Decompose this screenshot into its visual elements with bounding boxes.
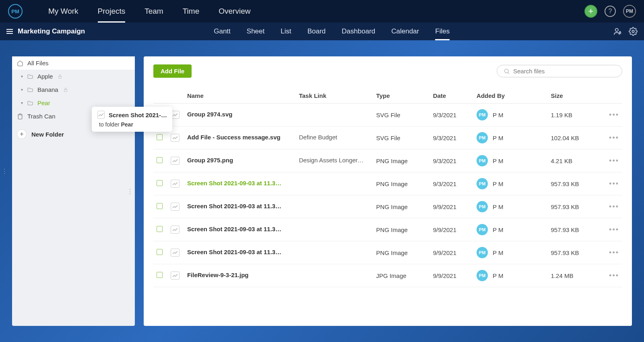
user-avatar-icon: PM <box>477 155 488 166</box>
topnav-team[interactable]: Team <box>135 0 173 23</box>
table-row[interactable]: Add File - Success message.svgDefine Bud… <box>153 126 622 149</box>
row-checkbox[interactable] <box>157 203 163 209</box>
file-size: 4.21 KB <box>551 158 572 164</box>
menu-icon[interactable] <box>6 29 13 34</box>
new-folder-label: New Folder <box>31 131 64 138</box>
file-date: 9/9/2021 <box>433 226 456 233</box>
row-checkbox[interactable] <box>157 249 163 255</box>
row-menu-icon[interactable]: ••• <box>609 272 619 280</box>
file-name[interactable]: Group 2974.svg <box>187 111 233 118</box>
table-row[interactable]: Screen Shot 2021-09-03 at 11.32…PNG Imag… <box>153 218 622 241</box>
row-checkbox[interactable] <box>157 157 163 163</box>
user-avatar-icon: PM <box>477 109 488 120</box>
file-task-link[interactable]: Design Assets Longer… <box>299 157 364 164</box>
user-avatar-icon: PM <box>477 178 488 189</box>
sidebar-trash-label: Trash Can <box>27 113 55 120</box>
table-row[interactable]: Screen Shot 2021-09-03 at 11.32…PNG Imag… <box>153 195 622 218</box>
chevron-down-icon: ▾ <box>21 74 23 79</box>
row-menu-icon[interactable]: ••• <box>609 134 619 142</box>
sidebar-all-files[interactable]: All Files <box>12 56 135 70</box>
file-name[interactable]: Group 2975.png <box>187 157 233 164</box>
table-row[interactable]: Group 2975.pngDesign Assets Longer…PNG I… <box>153 149 622 172</box>
file-name[interactable]: Screen Shot 2021-09-03 at 11.32… <box>187 249 284 255</box>
column-header-type[interactable]: Type <box>373 88 430 104</box>
file-type: SVG File <box>376 135 400 141</box>
chevron-down-icon: ▾ <box>21 87 23 92</box>
table-row[interactable]: Screen Shot 2021-09-03 at 11.32…PNG Imag… <box>153 241 622 264</box>
file-size: 957.93 KB <box>551 180 579 187</box>
svg-line-8 <box>508 73 509 74</box>
search-input[interactable] <box>513 68 615 75</box>
sub-nav: Marketing Campaign GanttSheetListBoardDa… <box>0 23 644 40</box>
tab-calendar[interactable]: Calendar <box>383 23 427 40</box>
folder-label: Banana <box>37 86 58 93</box>
home-icon <box>17 60 23 66</box>
file-date: 9/3/2021 <box>433 158 456 164</box>
topnav-projects[interactable]: Projects <box>88 0 135 23</box>
tab-files[interactable]: Files <box>427 23 458 40</box>
file-size: 102.04 KB <box>551 135 579 141</box>
drag-handle-icon[interactable]: ⋮ <box>127 187 133 195</box>
added-by-name: P M <box>493 158 503 164</box>
file-name[interactable]: Screen Shot 2021-09-03 at 11.32… <box>187 180 284 187</box>
file-thumb-icon <box>171 272 180 280</box>
row-checkbox[interactable] <box>157 180 163 186</box>
user-avatar-icon: PM <box>477 201 488 212</box>
trash-icon <box>17 113 23 120</box>
search-field[interactable] <box>497 65 622 77</box>
column-header-size[interactable]: Size <box>548 88 605 104</box>
row-menu-icon[interactable]: ••• <box>609 226 619 234</box>
row-checkbox[interactable] <box>157 272 163 278</box>
topnav-overview[interactable]: Overview <box>209 0 260 23</box>
collapse-handle-icon[interactable]: ⋮ <box>1 167 8 175</box>
file-date: 9/3/2021 <box>433 112 456 118</box>
column-header-task[interactable]: Task Link <box>296 88 373 104</box>
user-avatar-icon: PM <box>477 270 488 281</box>
row-checkbox[interactable] <box>157 134 163 140</box>
gear-icon[interactable] <box>629 27 638 36</box>
sidebar-folder-banana[interactable]: ▾Banana <box>12 83 135 96</box>
table-row[interactable]: Screen Shot 2021-09-03 at 11.32…PNG Imag… <box>153 172 622 195</box>
file-name[interactable]: Add File - Success message.svg <box>187 134 281 141</box>
row-checkbox[interactable] <box>157 226 163 232</box>
file-name[interactable]: FileReview-9-3-21.jpg <box>187 272 249 278</box>
added-by-name: P M <box>493 112 503 118</box>
svg-point-0 <box>615 29 618 31</box>
user-avatar-icon: PM <box>477 224 488 235</box>
row-menu-icon[interactable]: ••• <box>609 157 619 165</box>
topnav-my-work[interactable]: My Work <box>39 0 88 23</box>
column-header-date[interactable]: Date <box>430 88 473 104</box>
svg-rect-6 <box>64 89 67 91</box>
tab-list[interactable]: List <box>272 23 299 40</box>
row-menu-icon[interactable]: ••• <box>609 111 619 119</box>
tab-dashboard[interactable]: Dashboard <box>334 23 383 40</box>
file-date: 9/9/2021 <box>433 249 456 256</box>
add-file-button[interactable]: Add File <box>153 64 192 78</box>
file-name[interactable]: Screen Shot 2021-09-03 at 11.32… <box>187 226 284 232</box>
file-task-link[interactable]: Define Budget <box>299 134 337 141</box>
tab-sheet[interactable]: Sheet <box>239 23 272 40</box>
topnav-time[interactable]: Time <box>173 0 209 23</box>
file-thumb-icon <box>171 226 180 234</box>
user-avatar[interactable]: PM <box>623 5 636 18</box>
row-menu-icon[interactable]: ••• <box>609 203 619 211</box>
table-row[interactable]: Group 2974.svgSVG File9/3/2021PMP M1.19 … <box>153 104 622 126</box>
tab-gantt[interactable]: Gantt <box>206 23 239 40</box>
help-icon[interactable]: ? <box>605 6 616 17</box>
global-add-button[interactable]: + <box>584 5 597 18</box>
added-by-name: P M <box>493 135 503 141</box>
folder-icon <box>27 73 33 80</box>
file-name[interactable]: Screen Shot 2021-09-03 at 11.32… <box>187 203 284 209</box>
tab-board[interactable]: Board <box>299 23 334 40</box>
row-menu-icon[interactable]: ••• <box>609 180 619 188</box>
added-by-name: P M <box>493 226 503 233</box>
file-date: 9/3/2021 <box>433 135 456 141</box>
file-type: SVG File <box>376 112 400 118</box>
table-row[interactable]: FileReview-9-3-21.jpgJPG Image9/9/2021PM… <box>153 264 622 287</box>
column-header-name[interactable]: Name <box>184 88 296 104</box>
team-icon[interactable] <box>613 27 622 36</box>
sidebar-folder-apple[interactable]: ▾Apple <box>12 70 135 83</box>
column-header-added-by[interactable]: Added By <box>473 88 547 104</box>
row-menu-icon[interactable]: ••• <box>609 249 619 257</box>
app-logo[interactable]: PM <box>8 4 23 19</box>
